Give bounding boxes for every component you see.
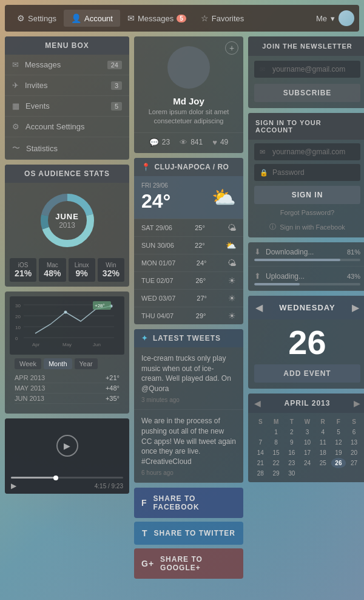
cal-cell-15[interactable]: 15 xyxy=(269,448,284,458)
cal-cell-6[interactable]: 6 xyxy=(346,427,362,437)
account-icon: 👤 xyxy=(71,13,81,23)
line-chart: 30 20 10 0 Apr May Jun xyxy=(10,296,124,355)
calendar-day-number: 26 xyxy=(248,319,364,360)
mini-cal-prev[interactable]: ◀ xyxy=(254,398,261,408)
donut-chart: JUNE 2013 xyxy=(37,190,98,251)
cal-cell-7[interactable]: 7 xyxy=(253,437,268,448)
signin-email-input[interactable] xyxy=(254,143,360,160)
signin-password-field: 🔒 xyxy=(254,164,360,181)
social-share: f SHARE TO FACEBOOK t SHARE TO TWITTER g… xyxy=(134,488,243,579)
cal-cell-2[interactable]: 2 xyxy=(284,427,299,437)
menu-item-invites[interactable]: ✈ Invites 3 xyxy=(5,75,129,96)
svg-text:20: 20 xyxy=(15,314,21,319)
os-stats-title: OS AUDIENCE STATS xyxy=(5,165,129,183)
video-time-display: ▶ 4:15 / 9:23 xyxy=(11,482,123,490)
forgot-password-link[interactable]: Forgot Password? xyxy=(248,206,364,219)
weather-row-mon: MON 01/07 24° 🌤 xyxy=(134,254,243,271)
avatar xyxy=(339,10,354,26)
profile-stat-views: 👁 841 xyxy=(180,138,203,147)
cal-cell-25[interactable]: 25 xyxy=(315,458,331,468)
user-menu[interactable]: Me ▾ xyxy=(316,10,354,26)
tab-week[interactable]: Week xyxy=(15,358,41,369)
tab-favorites[interactable]: ☆ Favorites xyxy=(194,10,251,27)
signin-button[interactable]: SIGN IN xyxy=(254,186,360,204)
cal-cell-29[interactable]: 29 xyxy=(269,468,284,479)
cal-cell-e1 xyxy=(300,468,315,479)
play-button[interactable]: ▶ xyxy=(56,435,78,457)
signin-password-input[interactable] xyxy=(254,164,360,181)
chart-row-may: MAY 2013 +48° xyxy=(15,383,120,394)
cal-cell-14[interactable]: 14 xyxy=(253,448,268,458)
cal-cell-27[interactable]: 27 xyxy=(346,458,362,468)
cal-next-button[interactable]: ▶ xyxy=(352,302,359,313)
twitter-icon: t xyxy=(142,528,148,538)
subscribe-button[interactable]: SUBSCRIBE xyxy=(254,84,360,102)
cal-cell-28[interactable]: 28 xyxy=(253,468,268,479)
cal-cell-30[interactable]: 30 xyxy=(284,468,299,479)
google-icon: g+ xyxy=(141,559,154,568)
add-event-button[interactable]: ADD EVENT xyxy=(254,364,360,383)
calendar-day-widget: ◀ WEDNESDAY ▶ 26 ADD EVENT xyxy=(248,296,364,389)
top-navigation: ⚙ Settings 👤 Account ✉ Messages 5 ☆ Favo… xyxy=(5,5,359,32)
tab-account[interactable]: 👤 Account xyxy=(64,10,120,27)
cal-cell-17[interactable]: 17 xyxy=(300,448,315,458)
share-facebook-button[interactable]: f SHARE TO FACEBOOK xyxy=(134,488,243,518)
cal-cell-18[interactable]: 18 xyxy=(315,448,331,458)
play-icon[interactable]: ▶ xyxy=(11,482,16,490)
cal-cell-12[interactable]: 12 xyxy=(331,437,346,448)
tab-year[interactable]: Year xyxy=(75,358,98,369)
cal-header-f: F xyxy=(331,417,346,427)
video-progress-bar[interactable] xyxy=(11,477,123,479)
cal-cell-8[interactable]: 8 xyxy=(269,437,284,448)
newsletter-email-input[interactable] xyxy=(254,61,360,78)
mini-cal-title: APRIL 2013 xyxy=(285,399,331,407)
signin-panel: SIGN IN TO YOUR ACCOUNT ✉ 🔒 SIGN IN Forg… xyxy=(248,113,364,237)
views-icon: 👁 xyxy=(180,138,187,147)
profile-bio: Lorem ipsum dolor sit amet consectetuer … xyxy=(134,107,243,132)
mini-cal-grid: S M T W R F S 1 2 3 4 5 xyxy=(248,413,364,482)
invites-icon: ✈ xyxy=(12,81,19,90)
cal-cell-21[interactable]: 21 xyxy=(253,458,268,468)
cal-cell-19[interactable]: 19 xyxy=(331,448,346,458)
add-button[interactable]: + xyxy=(225,41,238,55)
menu-item-events[interactable]: ▦ Events 5 xyxy=(5,96,129,117)
facebook-signin-button[interactable]: ⓘ Sign in with Facebook xyxy=(248,219,364,237)
cal-cell-1[interactable]: 1 xyxy=(269,427,284,437)
upload-progress: ⬆ Uploading... 43% xyxy=(248,267,364,291)
weather-widget: 📍 CLUJ-NAPOCA / RO FRI 29/06 24° ⛅ SAT 2… xyxy=(134,158,243,324)
tab-messages[interactable]: ✉ Messages 5 xyxy=(120,10,194,27)
cal-header-w: W xyxy=(300,417,315,427)
cal-cell-5[interactable]: 5 xyxy=(331,427,346,437)
cal-cell-16[interactable]: 16 xyxy=(284,448,299,458)
cal-cell-11[interactable]: 11 xyxy=(315,437,331,448)
events-count: 5 xyxy=(111,102,122,111)
menu-item-account-settings[interactable]: ⚙ Account Settings xyxy=(5,117,129,137)
cal-cell-20[interactable]: 20 xyxy=(346,448,362,458)
facebook-icon: f xyxy=(141,498,147,508)
tab-month[interactable]: Month xyxy=(44,358,72,369)
cal-cell-22[interactable]: 22 xyxy=(269,458,284,468)
video-player: ▶ ▶ 4:15 / 9:23 xyxy=(5,418,129,494)
signin-email-field: ✉ xyxy=(254,143,360,160)
messages-badge: 5 xyxy=(177,15,186,22)
cal-cell-10[interactable]: 10 xyxy=(300,437,315,448)
cal-prev-button[interactable]: ◀ xyxy=(255,302,263,313)
share-google-button[interactable]: g+ SHARE TO GOOGLE+ xyxy=(134,548,243,579)
cal-cell-24[interactable]: 24 xyxy=(300,458,315,468)
menu-item-statistics[interactable]: 〜 Statistics xyxy=(5,137,129,160)
menu-item-messages[interactable]: ✉ Messages 24 xyxy=(5,55,129,75)
weather-icon: 🌤 xyxy=(228,258,236,268)
share-twitter-button[interactable]: t SHARE TO TWITTER xyxy=(134,522,243,545)
cal-cell-4[interactable]: 4 xyxy=(315,427,331,437)
os-stat-mac: Mac 48% xyxy=(39,258,66,282)
svg-point-16 xyxy=(64,311,67,314)
tab-settings[interactable]: ⚙ Settings xyxy=(10,10,64,27)
cal-cell-9[interactable]: 9 xyxy=(284,437,299,448)
cal-cell-26-today[interactable]: 26 xyxy=(331,458,346,468)
location-icon: 📍 xyxy=(141,163,151,171)
cal-cell-23[interactable]: 23 xyxy=(284,458,299,468)
cal-cell-13[interactable]: 13 xyxy=(346,437,362,448)
mini-cal-next[interactable]: ▶ xyxy=(354,398,360,408)
svg-text:+28°: +28° xyxy=(95,303,105,309)
cal-cell-3[interactable]: 3 xyxy=(300,427,315,437)
